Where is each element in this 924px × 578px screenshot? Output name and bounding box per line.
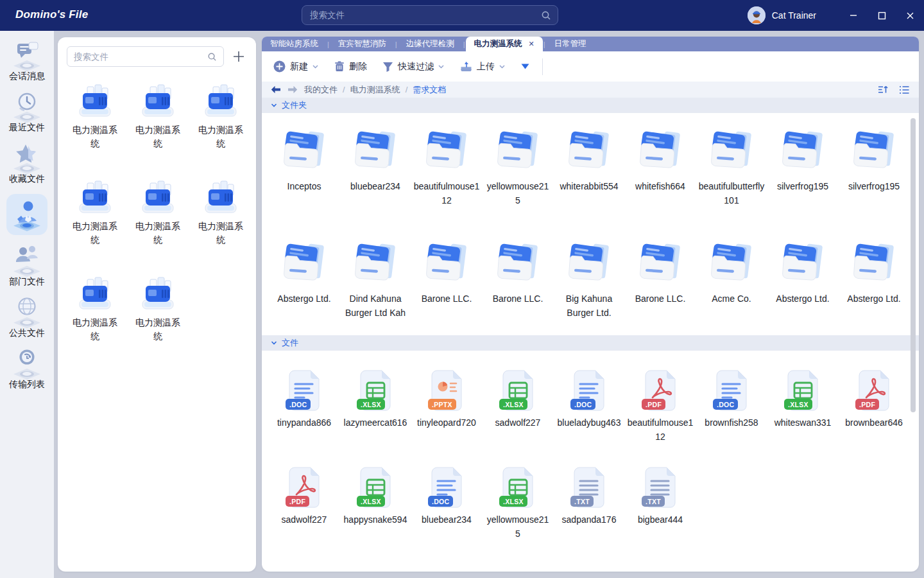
global-search[interactable] xyxy=(302,5,558,25)
file-item[interactable]: .PDFbrownbear646 xyxy=(841,370,907,430)
tree-folder-item[interactable]: 电力测温系统 xyxy=(127,83,189,150)
folder-item[interactable]: whitefish664 xyxy=(627,130,694,194)
add-folder-button[interactable] xyxy=(229,47,248,66)
forward-button[interactable] xyxy=(287,85,298,94)
file-item[interactable]: .PDFsadwolf227 xyxy=(271,467,338,527)
tab-close-icon[interactable]: ✕ xyxy=(529,40,535,48)
user-avatar[interactable] xyxy=(748,6,766,24)
close-button[interactable] xyxy=(896,0,924,31)
file-item[interactable]: .DOCbrownfish258 xyxy=(698,370,765,430)
file-item[interactable]: .TXTsadpanda176 xyxy=(556,467,622,527)
section-files-header[interactable]: 文件 xyxy=(262,335,919,351)
sidebar-item-chat[interactable]: 会话消息 xyxy=(0,40,54,86)
file-type-badge: .XLSX xyxy=(357,399,385,410)
upload-button[interactable]: 上传 xyxy=(460,61,506,73)
sidebar-item-clock[interactable]: 最近文件 xyxy=(0,91,54,137)
folder-item[interactable]: Inceptos xyxy=(271,130,338,194)
sort-ascending-icon[interactable] xyxy=(878,85,889,94)
folder-item[interactable]: beautifulmouse112 xyxy=(413,130,480,207)
file-item[interactable]: .XLSXsadwolf227 xyxy=(484,370,551,430)
file-item[interactable]: .DOCtinypanda866 xyxy=(271,370,338,430)
tab-bar: 智能站房系统|宜宾智慧消防|边缘代理检测|电力测温系统✕|日常管理 xyxy=(262,37,919,51)
file-item[interactable]: .XLSXhappysnake594 xyxy=(342,467,409,527)
file-doc-icon: .DOC xyxy=(714,370,749,411)
tab-2[interactable]: 宜宾智慧消防 xyxy=(330,37,395,51)
file-item[interactable]: .XLSXwhiteswan331 xyxy=(769,370,836,430)
folder-item[interactable]: bluebear234 xyxy=(342,130,409,194)
file-name: bigbear444 xyxy=(627,513,694,527)
sidebar-item-star[interactable]: 收藏文件 xyxy=(0,143,54,189)
folder-item[interactable]: Acme Co. xyxy=(698,242,765,306)
tree-folder-label: 电力测温系统 xyxy=(195,220,246,247)
file-item[interactable]: .XLSXyellowmouse215 xyxy=(484,467,551,541)
tab-3[interactable]: 边缘代理检测 xyxy=(398,37,463,51)
folder-item[interactable]: Abstergo Ltd. xyxy=(769,242,836,306)
upload-icon xyxy=(460,61,472,72)
file-name: tinyleopard720 xyxy=(413,416,480,430)
folder-item[interactable]: Barone LLC. xyxy=(413,242,480,306)
folder-item[interactable]: Dind Kahuna Burger Ltd Kah xyxy=(342,242,409,320)
maximize-button[interactable] xyxy=(868,0,896,31)
file-item[interactable]: .DOCbluebear234 xyxy=(413,467,480,527)
vertical-scrollbar[interactable] xyxy=(911,118,916,412)
sidebar-item-user[interactable] xyxy=(6,194,47,235)
quick-filter-button[interactable]: 快速过滤 xyxy=(382,61,445,73)
tree-folder-item[interactable]: 电力测温系统 xyxy=(64,180,126,247)
folder-item[interactable]: Big Kahuna Burger Ltd. xyxy=(556,242,622,320)
tree-folder-label: 电力测温系统 xyxy=(69,316,121,343)
file-type-badge: .PDF xyxy=(286,496,309,507)
main-panel: 智能站房系统|宜宾智慧消防|边缘代理检测|电力测温系统✕|日常管理 新建 删除 … xyxy=(262,37,919,572)
file-item[interactable]: .TXTbigbear444 xyxy=(627,467,694,527)
folder-item[interactable]: Barone LLC. xyxy=(484,242,551,306)
file-type-badge: .XLSX xyxy=(499,399,527,410)
file-name: bluebear234 xyxy=(413,513,480,527)
breadcrumb-item[interactable]: 我的文件 xyxy=(304,85,338,94)
file-item[interactable]: .XLSXlazymeercat616 xyxy=(342,370,409,430)
sidebar-item-team[interactable]: 部门文件 xyxy=(0,245,54,292)
file-item[interactable]: .PPTXtinyleopard720 xyxy=(413,370,480,430)
folder-icon xyxy=(778,242,827,287)
tree-folder-label: 电力测温系统 xyxy=(195,123,246,150)
back-button[interactable] xyxy=(271,85,281,94)
folder-name: yellowmouse215 xyxy=(484,180,551,207)
delete-button[interactable]: 删除 xyxy=(334,61,367,73)
sidebar-item-globe[interactable]: 公共文件 xyxy=(0,297,54,343)
tree-folder-item[interactable]: 电力测温系统 xyxy=(127,276,189,343)
sidebar-item-transfer[interactable]: 传输列表 xyxy=(0,348,54,394)
folder-item[interactable]: yellowmouse215 xyxy=(484,130,551,207)
tree-folder-item[interactable]: 电力测温系统 xyxy=(190,83,252,150)
sidebar-item-label: 传输列表 xyxy=(9,379,45,390)
list-view-icon[interactable] xyxy=(899,85,910,94)
folder-item[interactable]: whiterabbit554 xyxy=(556,130,622,194)
breadcrumb-item[interactable]: 电力测温系统 xyxy=(350,85,400,94)
folder-name: silverfrog195 xyxy=(769,180,836,194)
tab-label: 日常管理 xyxy=(554,39,586,49)
breadcrumb-separator: / xyxy=(343,85,345,94)
tree-folder-item[interactable]: 电力测温系统 xyxy=(190,180,252,247)
tab-4[interactable]: 电力测温系统✕ xyxy=(466,37,543,51)
user-name[interactable]: Cat Trainer xyxy=(772,10,816,21)
tab-5[interactable]: 日常管理 xyxy=(546,37,595,51)
folder-item[interactable]: Abstergo Ltd. xyxy=(841,242,907,306)
file-item[interactable]: .DOCblueladybug463 xyxy=(556,370,622,430)
folder-item[interactable]: silverfrog195 xyxy=(769,130,836,194)
panel-search[interactable] xyxy=(67,46,224,67)
tree-folder-item[interactable]: 电力测温系统 xyxy=(64,276,126,343)
folder-item[interactable]: silverfrog195 xyxy=(841,130,907,194)
tree-folder-item[interactable]: 电力测温系统 xyxy=(64,83,126,150)
breadcrumb-item[interactable]: 需求文档 xyxy=(413,85,446,94)
section-folders-header[interactable]: 文件夹 xyxy=(262,98,919,113)
tree-folder-item[interactable]: 电力测温系统 xyxy=(127,180,189,247)
folder-item[interactable]: Abstergo Ltd. xyxy=(271,242,338,306)
primary-sidebar: 会话消息最近文件收藏文件部门文件公共文件传输列表 xyxy=(0,31,54,578)
tab-1[interactable]: 智能站房系统 xyxy=(262,37,327,51)
more-actions-caret[interactable] xyxy=(521,64,529,69)
folder-item[interactable]: beautifulbutterfly101 xyxy=(698,130,765,207)
folder-item[interactable]: Barone LLC. xyxy=(627,242,694,306)
minimize-button[interactable] xyxy=(839,0,868,31)
archive-box-icon xyxy=(138,276,178,313)
panel-search-input[interactable] xyxy=(74,52,207,62)
new-button[interactable]: 新建 xyxy=(273,60,319,73)
file-item[interactable]: .PDFbeautifulmouse112 xyxy=(627,370,694,444)
global-search-input[interactable] xyxy=(310,10,541,20)
